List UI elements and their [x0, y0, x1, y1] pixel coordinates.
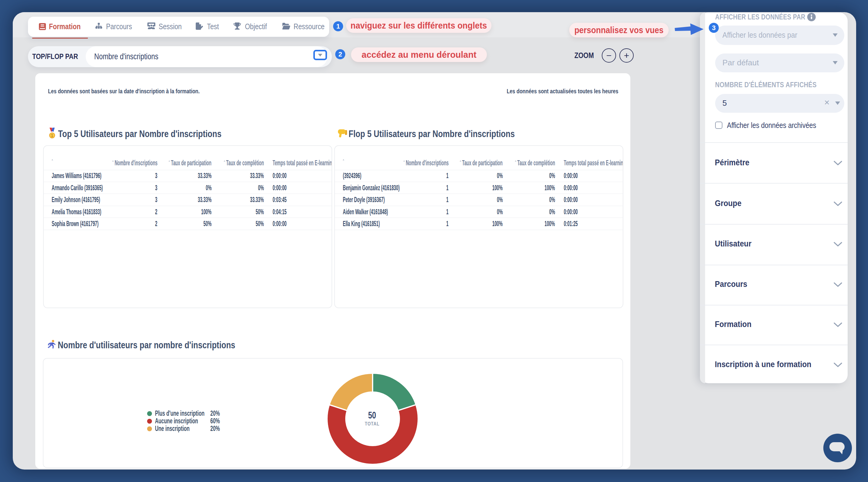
svg-text:1: 1 — [51, 133, 54, 138]
